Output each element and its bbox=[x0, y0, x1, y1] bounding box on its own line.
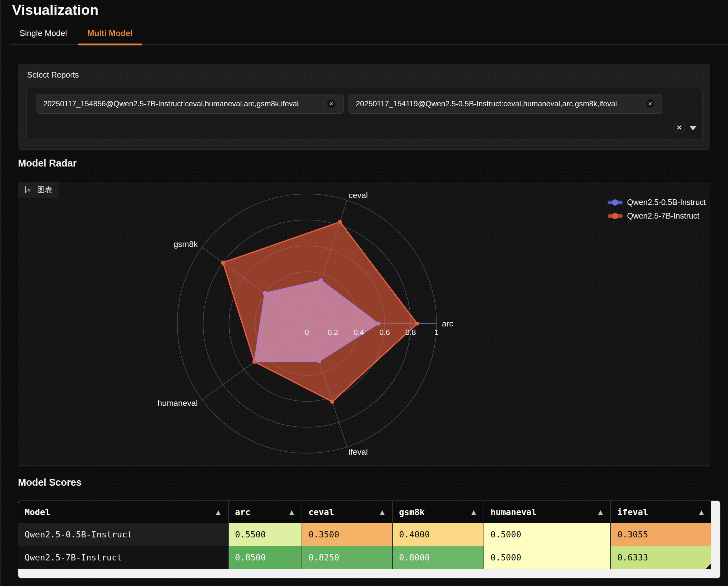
sort-ascending-icon[interactable]: ▲ bbox=[598, 508, 603, 515]
table-row: Qwen2.5-7B-Instruct0.85000.82500.80000.5… bbox=[18, 546, 711, 569]
scores-section-heading: Model Scores bbox=[18, 477, 82, 488]
column-label: ifeval bbox=[617, 507, 648, 517]
report-chip-label: 20250117_154119@Qwen2.5-0.5B-Instruct:ce… bbox=[356, 99, 617, 108]
tab-single-model[interactable]: Single Model bbox=[20, 28, 67, 38]
page-title: Visualization bbox=[12, 2, 98, 18]
svg-text:0.8: 0.8 bbox=[405, 328, 416, 337]
scatter-chart-icon bbox=[24, 185, 33, 194]
table-header-row: Model▲arc▲ceval▲gsm8k▲humaneval▲ifeval▲ bbox=[18, 501, 711, 523]
svg-text:humaneval: humaneval bbox=[158, 398, 198, 408]
legend-dot bbox=[612, 213, 618, 219]
column-label: Model bbox=[25, 507, 50, 517]
svg-text:0: 0 bbox=[305, 328, 309, 337]
legend-dot bbox=[612, 199, 618, 206]
column-header-humaneval[interactable]: humaneval▲ bbox=[484, 501, 610, 523]
column-header-model[interactable]: Model▲ bbox=[18, 501, 228, 523]
svg-text:gsm8k: gsm8k bbox=[174, 239, 198, 249]
column-label: humaneval bbox=[491, 507, 537, 517]
svg-text:0.4: 0.4 bbox=[354, 328, 364, 337]
legend-label: Qwen2.5-0.5B-Instruct bbox=[627, 198, 706, 207]
active-tab-indicator bbox=[78, 44, 142, 46]
report-chip[interactable]: 20250117_154119@Qwen2.5-0.5B-Instruct:ce… bbox=[348, 94, 662, 113]
sort-ascending-icon[interactable]: ▲ bbox=[289, 508, 294, 515]
sort-ascending-icon[interactable]: ▲ bbox=[471, 508, 476, 515]
left-edge-divider bbox=[0, 0, 1, 586]
column-label: ceval bbox=[309, 507, 334, 517]
chip-remove-icon[interactable]: ✕ bbox=[326, 99, 336, 109]
score-cell: 0.6333 bbox=[610, 546, 711, 569]
score-cell: 0.5000 bbox=[484, 523, 610, 546]
table-row: Qwen2.5-0.5B-Instruct0.55000.35000.40000… bbox=[18, 523, 711, 546]
score-cell: 0.5000 bbox=[484, 546, 610, 569]
legend-item[interactable]: Qwen2.5-0.5B-Instruct bbox=[607, 198, 706, 207]
radar-chart: 00.20.40.60.81arccevalgsm8khumanevalifev… bbox=[18, 182, 710, 465]
score-cell: 0.8250 bbox=[302, 546, 392, 569]
chip-remove-icon[interactable]: ✕ bbox=[645, 99, 655, 109]
score-cell: 0.5500 bbox=[228, 523, 302, 546]
column-header-arc[interactable]: arc▲ bbox=[228, 501, 302, 523]
legend-line-marker bbox=[607, 201, 623, 204]
column-header-ifeval[interactable]: ifeval▲ bbox=[610, 501, 711, 523]
score-cell: 0.4000 bbox=[392, 523, 484, 546]
score-cell: 0.3500 bbox=[302, 523, 392, 546]
legend-line-marker bbox=[607, 214, 623, 218]
column-header-gsm8k[interactable]: gsm8k▲ bbox=[392, 501, 484, 523]
chart-tab[interactable]: 图表 bbox=[18, 182, 58, 198]
column-header-ceval[interactable]: ceval▲ bbox=[302, 501, 392, 523]
legend-label: Qwen2.5-7B-Instruct bbox=[627, 211, 699, 220]
sort-ascending-icon[interactable]: ▲ bbox=[380, 508, 385, 515]
report-chip[interactable]: 20250117_154856@Qwen2.5-7B-Instruct:ceva… bbox=[36, 94, 343, 113]
report-chip-label: 20250117_154856@Qwen2.5-7B-Instruct:ceva… bbox=[43, 99, 299, 108]
tab-multi-model[interactable]: Multi Model bbox=[87, 28, 132, 38]
svg-text:ifeval: ifeval bbox=[348, 447, 368, 457]
radar-chart-card: 00.20.40.60.81arccevalgsm8khumanevalifev… bbox=[18, 182, 710, 466]
sort-ascending-icon[interactable]: ▲ bbox=[216, 508, 220, 515]
legend-item[interactable]: Qwen2.5-7B-Instruct bbox=[607, 211, 706, 220]
svg-text:1: 1 bbox=[434, 328, 438, 337]
model-name-cell: Qwen2.5-7B-Instruct bbox=[18, 546, 228, 569]
score-cell: 0.8500 bbox=[228, 546, 302, 569]
clear-all-button[interactable]: ✕ bbox=[673, 122, 685, 133]
reports-multiselect[interactable]: 20250117_154856@Qwen2.5-7B-Instruct:ceva… bbox=[26, 88, 702, 139]
dropdown-caret-icon[interactable] bbox=[690, 126, 697, 130]
svg-text:ceval: ceval bbox=[348, 190, 368, 200]
score-cell: 0.3055 bbox=[610, 523, 711, 546]
column-label: arc bbox=[235, 507, 251, 517]
model-scores-table: Model▲arc▲ceval▲gsm8k▲humaneval▲ifeval▲ … bbox=[18, 501, 711, 569]
sort-ascending-icon[interactable]: ▲ bbox=[699, 508, 704, 515]
select-reports-panel: Select Reports 20250117_154856@Qwen2.5-7… bbox=[18, 64, 710, 150]
column-label: gsm8k bbox=[399, 507, 424, 517]
svg-text:0.6: 0.6 bbox=[380, 328, 390, 337]
select-reports-label: Select Reports bbox=[27, 70, 79, 79]
svg-text:0.2: 0.2 bbox=[328, 328, 338, 337]
model-name-cell: Qwen2.5-0.5B-Instruct bbox=[18, 523, 228, 546]
chart-tab-label: 图表 bbox=[37, 185, 52, 195]
resize-grip[interactable] bbox=[706, 563, 711, 569]
svg-text:arc: arc bbox=[442, 319, 453, 328]
radar-section-heading: Model Radar bbox=[18, 158, 77, 169]
chart-legend: Qwen2.5-0.5B-InstructQwen2.5-7B-Instruct bbox=[607, 198, 706, 220]
score-cell: 0.8000 bbox=[392, 546, 484, 569]
model-scores-table-container: Model▲arc▲ceval▲gsm8k▲humaneval▲ifeval▲ … bbox=[18, 501, 721, 579]
